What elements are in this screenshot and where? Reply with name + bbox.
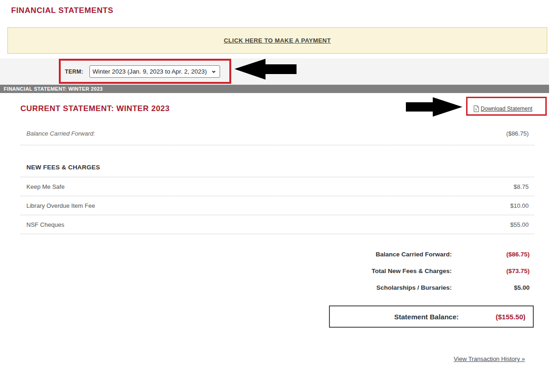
fee-value: $55.00 [510, 221, 529, 228]
statement-balance-label: Statement Balance: [330, 313, 459, 321]
term-label: TERM: [65, 68, 83, 75]
page-title: FINANCIAL STATEMENTS [11, 6, 556, 15]
summary-value: $5.00 [452, 284, 534, 291]
current-statement-heading: CURRENT STATEMENT: WINTER 2023 [20, 104, 170, 113]
make-payment-link[interactable]: CLICK HERE TO MAKE A PAYMENT [224, 37, 331, 44]
summary-row: Total New Fees & Charges: ($73.75) [20, 266, 534, 276]
fee-value: $8.75 [513, 183, 529, 190]
statement-content: CURRENT STATEMENT: WINTER 2023 Download … [20, 100, 534, 363]
balance-carried-forward-row: Balance Carried Forward: ($86.75) [20, 130, 534, 137]
term-select[interactable]: Winter 2023 (Jan. 9, 2023 to Apr. 2, 202… [89, 65, 220, 78]
summary-value: ($86.75) [452, 251, 534, 258]
footer-row: View Transaction History » [20, 355, 534, 363]
download-statement-label: Download Statement [481, 106, 532, 112]
summary-row: Scholarships / Bursaries: $5.00 [20, 282, 534, 292]
fee-row: Keep Me Safe $8.75 [20, 177, 534, 196]
fee-label: NSF Cheques [26, 221, 64, 228]
view-transaction-history-link[interactable]: View Transaction History » [454, 355, 525, 362]
statement-section-bar-title: FINANCIAL STATEMENT: WINTER 2023 [4, 86, 103, 92]
statement-balance-box: Statement Balance: ($155.50) [329, 305, 534, 328]
summary-value: ($73.75) [452, 268, 534, 274]
divider [20, 145, 534, 145]
fee-row: Library Overdue Item Fee $10.00 [20, 196, 534, 215]
pdf-file-icon [474, 106, 479, 112]
new-fees-heading: NEW FEES & CHARGES [20, 164, 534, 177]
statement-balance-value: ($155.50) [459, 313, 533, 321]
balance-carried-forward-value: ($86.75) [506, 130, 529, 137]
term-row: TERM: Winter 2023 (Jan. 9, 2023 to Apr. … [0, 58, 549, 85]
summary-row: Balance Carried Forward: ($86.75) [20, 249, 534, 259]
summary-label: Balance Carried Forward: [20, 251, 452, 258]
statement-section-bar: FINANCIAL STATEMENT: WINTER 2023 [0, 85, 549, 93]
fee-row: NSF Cheques $55.00 [20, 215, 534, 234]
balance-carried-forward-label: Balance Carried Forward: [26, 130, 95, 137]
summary-label: Scholarships / Bursaries: [20, 284, 452, 291]
summary-label: Total New Fees & Charges: [20, 268, 452, 274]
fee-label: Library Overdue Item Fee [26, 202, 95, 209]
term-select-wrap: Winter 2023 (Jan. 9, 2023 to Apr. 2, 202… [89, 65, 220, 78]
payment-banner: CLICK HERE TO MAKE A PAYMENT [7, 27, 547, 54]
download-statement-link[interactable]: Download Statement [474, 106, 532, 112]
summary-section: Balance Carried Forward: ($86.75) Total … [20, 249, 534, 292]
statement-heading-row: CURRENT STATEMENT: WINTER 2023 Download … [20, 100, 534, 117]
fee-value: $10.00 [510, 202, 529, 209]
fee-label: Keep Me Safe [26, 183, 64, 190]
